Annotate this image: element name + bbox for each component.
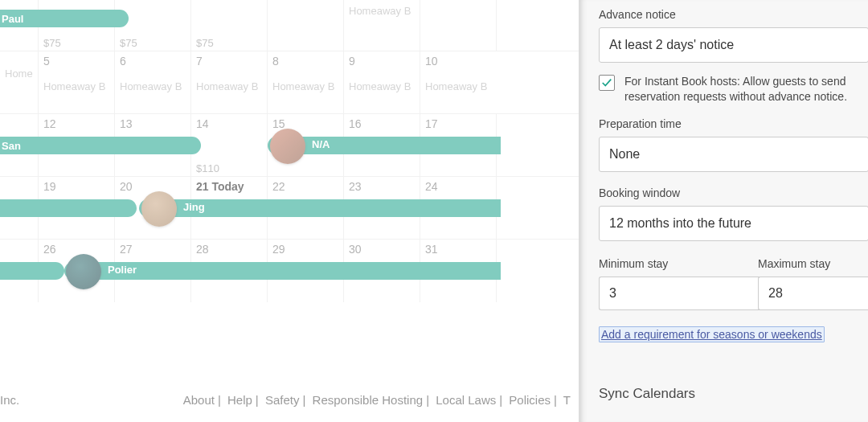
prep-time-value: None	[609, 147, 640, 162]
day-number: 12	[43, 117, 56, 130]
homeaway-label: Homeaway B	[425, 80, 492, 92]
advance-notice-select[interactable]: At least 2 days' notice	[599, 27, 868, 63]
day-cell[interactable]: Homeaway B	[0, 51, 39, 113]
avatar-jing[interactable]	[141, 191, 177, 227]
advance-notice-value: At least 2 days' notice	[609, 38, 734, 52]
footer-link-local-laws[interactable]: Local Laws	[436, 393, 496, 407]
footer-link-responsible-hosting[interactable]: Responsible Hosting	[313, 393, 424, 407]
bar-label: Paul	[2, 13, 23, 25]
day-cell[interactable]	[268, 0, 344, 51]
price: $75	[120, 37, 137, 49]
reservation-bar-left-2[interactable]	[0, 262, 64, 280]
bar-label: San	[2, 140, 21, 152]
day-cell[interactable]: $75	[191, 0, 268, 51]
day-number: 30	[349, 243, 362, 256]
week-row-3: 19 20 21 Today 22 23 24 Jing	[0, 177, 579, 240]
instant-book-checkbox[interactable]	[599, 75, 615, 91]
day-number: 14	[196, 117, 209, 130]
calendar-area: $75 $75 $75 Homeaway B Paul Homeaway B 5…	[0, 0, 579, 422]
min-stay-input[interactable]	[599, 277, 780, 310]
check-icon	[601, 77, 612, 88]
homeaway-label: Homeaway B	[349, 80, 415, 92]
day-number: 22	[272, 180, 285, 193]
footer-link-policies[interactable]: Policies	[509, 393, 551, 407]
day-number: 6	[120, 55, 126, 68]
day-cell[interactable]: 14$110	[191, 114, 268, 176]
avatar-polier[interactable]	[66, 254, 101, 289]
footer: Inc. About| Help| Safety| Responsible Ho…	[0, 378, 579, 422]
booking-window-select[interactable]: 12 months into the future	[599, 206, 868, 241]
prep-time-select[interactable]: None	[599, 137, 868, 172]
avatar-na[interactable]	[270, 129, 305, 164]
day-number: 27	[120, 243, 133, 256]
max-stay-input[interactable]	[758, 277, 868, 310]
add-requirement-link[interactable]: Add a requirement for seasons or weekend…	[599, 326, 825, 342]
day-cell[interactable]	[420, 0, 497, 51]
footer-company: Inc.	[0, 393, 19, 407]
reservation-bar-san[interactable]: San	[0, 137, 201, 154]
price: $110	[196, 162, 219, 174]
week-row-1: Homeaway B 5Homeaway B 6Homeaway B 7Home…	[0, 51, 579, 114]
week-row-0: $75 $75 $75 Homeaway B Paul	[0, 0, 579, 51]
day-number: 23	[349, 180, 362, 193]
footer-link-safety[interactable]: Safety	[265, 393, 300, 407]
booking-window-label: Booking window	[599, 186, 868, 199]
day-number: 31	[425, 243, 438, 256]
day-number: 24	[425, 180, 438, 193]
stay-row: Minimum stay nights Maximum stay nig	[599, 257, 868, 310]
day-number: 9	[349, 55, 355, 68]
bar-label: N/A	[312, 138, 330, 150]
day-number: 20	[120, 180, 133, 193]
footer-link-terms[interactable]: T	[563, 393, 571, 407]
footer-links: About| Help| Safety| Responsible Hosting…	[183, 393, 571, 407]
day-cell[interactable]: 7Homeaway B	[191, 51, 268, 113]
sync-calendars-heading: Sync Calendars	[599, 386, 868, 402]
price: $75	[43, 37, 61, 49]
day-number-today: 21 Today	[196, 180, 244, 193]
week-row-2: 12 13 14$110 15 16 17 San N/A	[0, 114, 579, 177]
homeaway-label: Homeaway B	[272, 80, 338, 92]
day-number: 16	[349, 117, 362, 130]
homeaway-label: Homeaway B	[120, 80, 186, 92]
bar-label: Polier	[108, 264, 137, 276]
reservation-bar-left[interactable]	[0, 199, 137, 217]
day-cell[interactable]: 6Homeaway B	[115, 51, 191, 113]
day-cell[interactable]: 8Homeaway B	[268, 51, 344, 113]
settings-panel: Advance notice At least 2 days' notice F…	[579, 0, 868, 422]
day-number: 8	[272, 55, 279, 68]
day-number: 10	[425, 55, 438, 68]
footer-link-help[interactable]: Help	[227, 393, 252, 407]
day-number: 29	[272, 243, 285, 256]
footer-link-about[interactable]: About	[183, 393, 215, 407]
day-cell[interactable]: 5Homeaway B	[39, 51, 115, 113]
day-number: 26	[43, 243, 56, 256]
day-cell[interactable]: $75	[115, 0, 191, 51]
homeaway-label: Homeaway B	[43, 80, 109, 92]
week-row-4: 26 27 28 29 30 31 Polier	[0, 240, 579, 302]
booking-window-value: 12 months into the future	[609, 216, 751, 231]
instant-book-row: For Instant Book hosts: Allow guests to …	[599, 74, 868, 104]
reservation-bar-paul[interactable]: Paul	[0, 10, 129, 27]
homeaway-label: Homeaway B	[5, 68, 33, 80]
day-number: 28	[196, 243, 209, 256]
min-stay-label: Minimum stay	[599, 257, 737, 270]
day-number: 13	[120, 117, 133, 130]
bar-label: Jing	[183, 201, 205, 213]
day-cell[interactable]: Homeaway B	[344, 0, 420, 51]
homeaway-label: Homeaway B	[196, 80, 262, 92]
price: $75	[196, 37, 214, 49]
day-number: 7	[196, 55, 203, 68]
prep-time-label: Preparation time	[599, 117, 868, 130]
homeaway-label: Homeaway B	[349, 5, 415, 17]
day-number: 17	[425, 117, 438, 130]
day-number: 19	[43, 180, 56, 193]
max-stay-label: Maximum stay	[758, 257, 868, 270]
instant-book-text: For Instant Book hosts: Allow guests to …	[624, 74, 868, 104]
day-cell[interactable]: 10Homeaway B	[420, 51, 497, 113]
day-number: 5	[43, 55, 50, 68]
advance-notice-label: Advance notice	[599, 8, 868, 21]
day-cell[interactable]: 9Homeaway B	[344, 51, 420, 113]
